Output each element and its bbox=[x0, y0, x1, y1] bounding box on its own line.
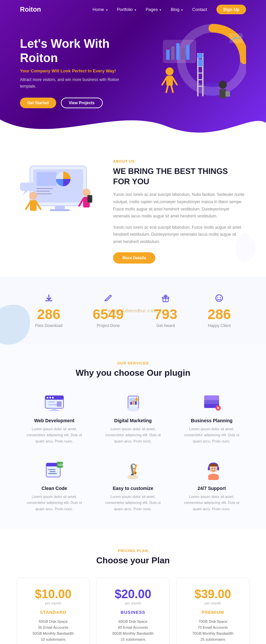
service-clean-code: </> Clean Code Lorem ipsum dolor sit ame… bbox=[20, 458, 89, 516]
service-business-desc: Lorem ipsum dolor sit amet, consectetur … bbox=[181, 426, 243, 444]
service-business-name: Business Planning bbox=[181, 418, 243, 423]
customize-icon bbox=[121, 461, 145, 481]
svg-rect-43 bbox=[87, 195, 92, 202]
business-feature-1: 60GB Disk Space bbox=[103, 619, 163, 623]
pencil-icon bbox=[93, 293, 124, 305]
svg-rect-61 bbox=[57, 401, 62, 407]
nav-links: Home ▾ Portfolio ▾ Pages ▾ Blog ▾ Contac… bbox=[92, 5, 246, 14]
hero-description: Attract more visitors, and win more busi… bbox=[20, 77, 126, 89]
service-customize: Easy to customize Lorem ipsum dolor sit … bbox=[99, 458, 168, 516]
service-business-planning: Business Planning Lorem ipsum dolor sit … bbox=[177, 390, 246, 448]
service-digital-marketing: Digital Marketing Lorem ipsum dolor sit … bbox=[99, 390, 168, 448]
nav-signup-button[interactable]: Sign Up bbox=[216, 5, 246, 14]
service-marketing-desc: Lorem ipsum dolor sit amet, consectetur … bbox=[102, 426, 164, 444]
services-label: OUR SERVICES bbox=[20, 361, 246, 365]
svg-line-11 bbox=[166, 86, 168, 92]
svg-rect-34 bbox=[55, 206, 65, 209]
service-customize-desc: Lorem ipsum dolor sit amet, consectetur … bbox=[102, 494, 164, 512]
project-done-number: 6549 bbox=[93, 307, 124, 321]
svg-rect-59 bbox=[48, 401, 55, 403]
svg-point-51 bbox=[216, 295, 222, 301]
pricing-section: PRICING PLAN Choose your Plan $10.00 per… bbox=[0, 529, 266, 644]
nav-portfolio[interactable]: Portfolio ▾ bbox=[117, 7, 136, 12]
svg-rect-81 bbox=[48, 469, 56, 470]
svg-rect-62 bbox=[52, 408, 57, 410]
service-web-development: Web Development Lorem ipsum dolor sit am… bbox=[20, 390, 89, 448]
business-price: $20.00 bbox=[103, 587, 163, 601]
business-planning-icon bbox=[200, 393, 223, 413]
service-code-desc: Lorem ipsum dolor sit amet, consectetur … bbox=[23, 494, 85, 512]
hero-illustration bbox=[146, 20, 253, 113]
svg-point-58 bbox=[52, 397, 54, 399]
about-desc-2: Yuroin non lorem ac erat suscipit bibend… bbox=[113, 224, 246, 246]
nav-contact[interactable]: Contact bbox=[192, 7, 207, 12]
pricing-label: PRICING PLAN bbox=[13, 549, 253, 553]
svg-marker-45 bbox=[23, 191, 28, 195]
services-header: OUR SERVICES Why you choose Our plugin bbox=[20, 361, 246, 378]
business-feature-3: 60GB Monthly Bandwidth bbox=[103, 631, 163, 635]
service-support-desc: Lorem ipsum dolor sit amet, consectetur … bbox=[181, 494, 243, 512]
smile-icon bbox=[207, 293, 231, 305]
svg-rect-15 bbox=[225, 91, 230, 97]
nav-blog[interactable]: Blog ▾ bbox=[171, 7, 183, 12]
blob-decoration bbox=[0, 305, 30, 345]
svg-rect-3 bbox=[171, 46, 175, 60]
svg-rect-24 bbox=[198, 59, 203, 66]
about-label: ABOUT US bbox=[113, 159, 246, 163]
services-title: Why you choose Our plugin bbox=[20, 368, 246, 378]
svg-rect-87 bbox=[131, 474, 134, 475]
nav-home[interactable]: Home ▾ bbox=[92, 7, 107, 12]
navbar: Roiton Home ▾ Portfolio ▾ Pages ▾ Blog ▾… bbox=[0, 0, 266, 19]
stat-award: 793 Get Award bbox=[154, 293, 177, 328]
pricing-title: Choose your Plan bbox=[13, 555, 253, 566]
standard-feature-4: 10 subdomains bbox=[24, 637, 83, 641]
about-title: WE BRING THE BEST THINGSFOR YOU bbox=[113, 166, 246, 187]
gift-icon bbox=[154, 293, 177, 305]
svg-rect-91 bbox=[208, 467, 210, 470]
svg-rect-72 bbox=[204, 399, 219, 404]
service-support: 24/7 Support Lorem ipsum dolor sit amet,… bbox=[177, 458, 246, 516]
svg-point-95 bbox=[212, 468, 213, 469]
svg-rect-37 bbox=[30, 200, 37, 211]
svg-rect-67 bbox=[133, 401, 134, 405]
premium-name: PREMIUM bbox=[183, 610, 242, 615]
svg-rect-35 bbox=[50, 209, 70, 211]
svg-line-9 bbox=[162, 78, 166, 85]
standard-feature-1: 50GB Disk Space bbox=[24, 619, 83, 623]
hero-content: Let's Work WithRoiton Your Company Will … bbox=[0, 23, 146, 108]
service-marketing-name: Digital Marketing bbox=[102, 418, 164, 423]
nav-pages[interactable]: Pages ▾ bbox=[146, 7, 161, 12]
svg-rect-66 bbox=[130, 402, 132, 405]
happy-client-number: 286 bbox=[207, 307, 231, 321]
svg-line-38 bbox=[26, 202, 30, 209]
services-section: OUR SERVICES Why you choose Our plugin bbox=[0, 345, 266, 529]
svg-rect-68 bbox=[135, 401, 137, 405]
premium-price: $39.00 bbox=[183, 587, 242, 601]
hero-title: Let's Work WithRoiton bbox=[20, 37, 126, 65]
service-code-name: Clean Code bbox=[23, 486, 85, 491]
svg-point-96 bbox=[214, 468, 215, 469]
about-desc-1: Yuroin non lorem ac erat suscipit bibend… bbox=[113, 191, 246, 220]
svg-rect-25 bbox=[205, 83, 219, 96]
svg-point-84 bbox=[127, 475, 138, 479]
premium-feature-3: 70GB Monthly Bandwidth bbox=[183, 631, 242, 635]
svg-rect-5 bbox=[181, 48, 185, 60]
business-name: BUSINESS bbox=[103, 610, 163, 615]
svg-rect-73 bbox=[204, 395, 219, 400]
more-details-button[interactable]: More Details bbox=[113, 252, 155, 264]
files-download-number: 286 bbox=[35, 307, 63, 321]
digital-marketing-icon bbox=[121, 393, 145, 413]
svg-point-23 bbox=[197, 53, 203, 59]
web-development-icon bbox=[43, 393, 66, 413]
award-label: Get Award bbox=[154, 323, 177, 328]
svg-rect-60 bbox=[48, 404, 58, 405]
svg-point-13 bbox=[219, 81, 227, 89]
svg-point-7 bbox=[166, 67, 174, 75]
svg-rect-4 bbox=[176, 43, 180, 60]
standard-name: STANDARD bbox=[24, 610, 83, 615]
leaf-decoration bbox=[233, 231, 259, 270]
business-feature-4: 15 subdomains bbox=[103, 637, 163, 641]
svg-rect-83 bbox=[48, 473, 57, 474]
standard-feature-2: 50 Email Accounts bbox=[24, 625, 83, 629]
award-number: 793 bbox=[154, 307, 177, 321]
